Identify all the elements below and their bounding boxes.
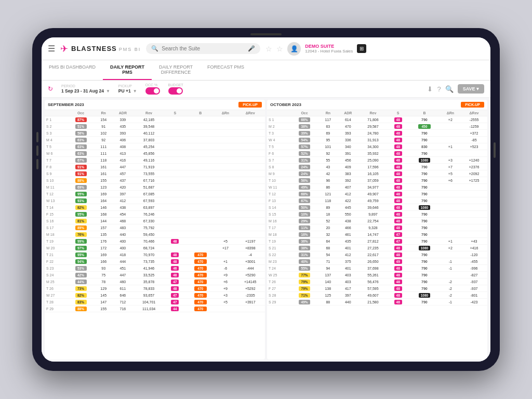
drev-cell xyxy=(235,184,265,191)
drn-cell: +6 xyxy=(440,177,461,184)
toolbar-actions: ⬇ ? 🔍 SAVE ▾ xyxy=(427,84,484,94)
b-cell: 470 xyxy=(185,272,215,278)
s-cell: 48 xyxy=(387,245,409,251)
drev-cell: -120 xyxy=(461,251,487,258)
mic-icon[interactable]: 🎤 xyxy=(248,45,255,52)
occ-badge: 11% xyxy=(299,225,310,230)
table-row: F 29 88% 155 716 111,034 44 470 xyxy=(45,305,265,312)
occ-badge: 52% xyxy=(299,151,310,156)
rev-cell: 42,185 xyxy=(134,116,165,123)
drn-cell xyxy=(215,164,235,170)
rev-cell: 37,698 xyxy=(359,265,387,272)
budget-toggle[interactable] xyxy=(168,87,183,95)
rn-cell: 71 xyxy=(319,258,337,265)
table-row: W 13 93% 164 412 67,593 xyxy=(45,197,265,204)
col-oct-adr: ADR xyxy=(337,110,359,116)
drn-cell: +9 xyxy=(215,272,235,278)
drn-cell: +17 xyxy=(215,245,235,251)
drn-cell xyxy=(215,170,235,177)
help-icon[interactable]: ? xyxy=(437,85,441,93)
screen: ☰ ✈ BLASTNESS PMS BI 🔍 🎤 ☆ ☆ 👤 xyxy=(42,37,490,362)
rn-cell: 140 xyxy=(319,278,337,285)
search-toolbar-icon[interactable]: 🔍 xyxy=(445,85,454,93)
occ-badge: 66% xyxy=(299,117,310,122)
drev-cell: -937 xyxy=(461,278,487,285)
menu-icon[interactable]: ☰ xyxy=(48,44,55,54)
drn-cell: -1 xyxy=(440,299,461,305)
rn-cell: 54 xyxy=(319,251,337,258)
table-row: S 24 42% 75 447 33,525 48 470 +9 +5290 xyxy=(45,272,265,278)
rn-cell: 89 xyxy=(319,204,337,211)
occ-toggle[interactable] xyxy=(145,87,160,95)
row-label: M 9 xyxy=(267,170,290,177)
rn-cell: 161 xyxy=(95,164,112,170)
rn-cell: 86 xyxy=(319,184,337,191)
search-input[interactable] xyxy=(162,46,245,51)
september-data-table: Occ Rn ADR Rev S B ΔRn ΔRev F 1 87% xyxy=(45,110,265,312)
b-cell: 790 xyxy=(409,238,440,245)
drn-cell xyxy=(215,197,235,204)
rn-cell: 78 xyxy=(95,278,112,285)
occ-cell: 11% xyxy=(290,224,319,231)
col-oct-drev: ΔRev xyxy=(461,110,487,116)
adr-cell: 403 xyxy=(337,272,359,278)
drn-cell xyxy=(215,231,235,238)
rn-cell: 69 xyxy=(319,130,337,137)
adr-cell: 422 xyxy=(337,197,359,204)
drn-cell xyxy=(215,143,235,150)
rn-cell: 145 xyxy=(95,292,112,299)
s-value: 48 xyxy=(171,239,179,244)
tab-forecast[interactable]: FORECAST PMS xyxy=(200,60,251,80)
favorite-icon-1[interactable]: ☆ xyxy=(265,45,272,53)
b-value: 790 xyxy=(421,212,428,216)
b-cell xyxy=(185,157,215,164)
b-value: 450 xyxy=(418,124,431,129)
drn-cell: +5 xyxy=(215,299,235,305)
drn-cell xyxy=(215,157,235,164)
occ-cell: 31% xyxy=(290,157,319,164)
drn-cell: +6 xyxy=(215,278,235,285)
save-button[interactable]: SAVE ▾ xyxy=(458,84,484,94)
grid-icon[interactable]: ⊞ xyxy=(357,44,366,53)
table-row: S 3 58% 102 393 40,112 xyxy=(45,130,265,137)
drev-cell xyxy=(461,231,487,238)
b-value: 790 xyxy=(421,226,428,230)
s-cell xyxy=(164,150,185,157)
s-cell: 48 xyxy=(387,197,409,204)
row-label: T 24 xyxy=(267,265,290,272)
b-cell: 790 xyxy=(409,299,440,305)
b-value: 470 xyxy=(194,259,207,264)
tab-daily-diff[interactable]: DAILY REPORTDIFFERENCE xyxy=(152,60,200,80)
row-label: S 28 xyxy=(267,292,290,299)
s-value: 48 xyxy=(394,246,402,250)
adr-cell: 413 xyxy=(112,150,133,157)
s-cell: 48 xyxy=(387,184,409,191)
rev-cell: 17,596 xyxy=(359,164,387,170)
b-value: 1080 xyxy=(419,293,430,298)
rev-cell: 56,476 xyxy=(359,278,387,285)
occ-cell: 68% xyxy=(290,191,319,197)
b-cell: 790 xyxy=(409,251,440,258)
s-cell xyxy=(164,197,185,204)
row-label: T 3 xyxy=(267,130,290,137)
b-value: 790 xyxy=(421,131,428,135)
b-value: 790 xyxy=(421,219,428,223)
favorite-icon-2[interactable]: ☆ xyxy=(276,45,283,53)
s-cell: 48 xyxy=(387,299,409,305)
occ-badge: 82% xyxy=(75,205,87,210)
b-cell: 790 xyxy=(409,116,440,123)
tab-daily-report[interactable]: DAILY REPORTPMS xyxy=(103,60,152,80)
s-value: 47 xyxy=(394,232,402,237)
occ-cell: 87% xyxy=(67,116,95,123)
refresh-icon[interactable]: ↻ xyxy=(48,85,53,92)
row-label: F 29 xyxy=(45,305,67,312)
drev-cell xyxy=(235,137,265,143)
download-icon[interactable]: ⬇ xyxy=(427,85,433,93)
rn-cell: 168 xyxy=(95,211,112,218)
rn-cell: 121 xyxy=(319,191,337,197)
search-bar[interactable]: 🔍 🎤 xyxy=(146,43,260,54)
avatar[interactable]: 👤 xyxy=(287,42,301,56)
tab-pms-bi[interactable]: PMS BI DASHBOARD xyxy=(42,60,103,80)
adr-cell: 435 xyxy=(337,238,359,245)
rev-cell: 67,330 xyxy=(134,218,165,224)
